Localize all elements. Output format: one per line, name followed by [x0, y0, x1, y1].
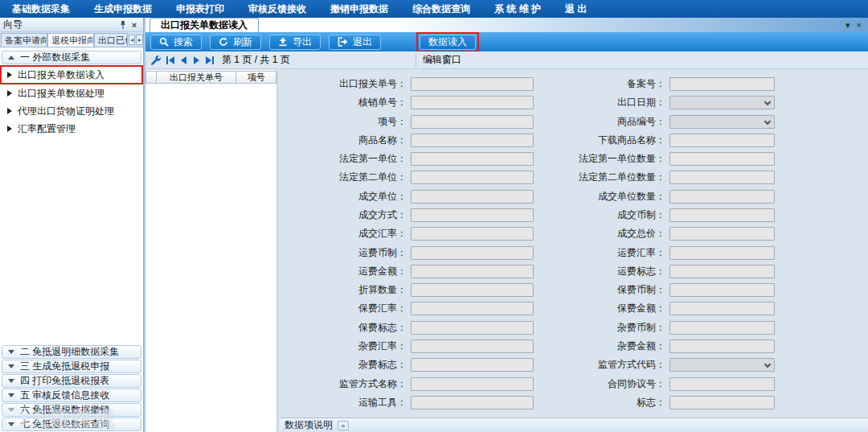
tab-scroll-left-icon[interactable]: ◂ [129, 35, 136, 45]
tree-item-2[interactable]: 代理出口货物证明处理 [0, 102, 143, 120]
prev-page-button[interactable] [180, 56, 188, 65]
form-input-left[interactable] [411, 265, 534, 278]
section-external-data-collection[interactable]: 一 外部数据采集 [2, 51, 141, 64]
form-label-left: 运费金额： [280, 265, 407, 278]
form-input-left[interactable] [411, 152, 534, 166]
form-input-left[interactable] [411, 396, 534, 409]
form-input-left[interactable] [411, 134, 534, 147]
tree-item-1[interactable]: 出口报关单数据处理 [0, 84, 143, 102]
form-input-right[interactable] [669, 227, 775, 241]
accordion-label: 五 审核反馈信息接收 [20, 389, 109, 402]
form-input-left[interactable] [411, 77, 534, 91]
form-row-7: 成交方式：成交币制： [280, 208, 868, 222]
tree-item-3[interactable]: 汇率配置管理 [0, 120, 143, 138]
exit-icon [338, 37, 348, 47]
accordion-label: 四 打印免抵退税报表 [20, 374, 109, 388]
form-label-right: 监管方式代码： [534, 358, 665, 372]
form-label-right: 下载商品名称： [534, 134, 665, 147]
form-label-right: 保费币制： [534, 283, 665, 297]
first-page-button[interactable] [166, 56, 176, 65]
form-input-left[interactable] [411, 115, 534, 129]
form-input-left[interactable] [411, 96, 534, 109]
menu-item-2[interactable]: 申报表打印 [164, 0, 236, 18]
form-label-left: 杂费标志： [280, 358, 407, 372]
tree-item-arrow-icon [7, 72, 12, 78]
form-input-left[interactable] [411, 358, 534, 372]
form-input-left[interactable] [411, 377, 534, 391]
accordion-collapse-icon [8, 393, 14, 397]
form-label-left: 运费币制： [280, 246, 407, 260]
sidebar-tab-1[interactable]: 退税申报向导 [47, 33, 94, 47]
form-row-17: 运输工具：标志： [280, 396, 868, 409]
menu-item-0[interactable]: 基础数据采集 [0, 0, 82, 18]
accordion-section-3[interactable]: 五 审核反馈信息接收 [2, 389, 141, 402]
table-header-1[interactable]: 项号 [236, 71, 276, 84]
form-input-right[interactable] [669, 396, 775, 409]
form-input-right[interactable] [669, 208, 775, 222]
table-header-0[interactable]: 出口报关单号 [157, 71, 236, 84]
accordion-section-0[interactable]: 二 免抵退明细数据采集 [2, 345, 141, 359]
close-icon[interactable]: × [129, 19, 140, 31]
form-input-left[interactable] [411, 208, 534, 222]
form-input-left[interactable] [411, 283, 534, 297]
form-select-right[interactable] [669, 115, 775, 129]
form-row-8: 成交汇率：成交总价： [280, 227, 868, 241]
form-label-left: 出口报关单号： [280, 77, 407, 91]
menu-item-6[interactable]: 系 统 维 护 [482, 0, 553, 18]
form-row-12: 保费汇率：保费金额： [280, 302, 868, 315]
menu-item-3[interactable]: 审核反馈接收 [236, 0, 318, 18]
form-input-right[interactable] [669, 190, 775, 204]
accordion-collapse-icon [8, 422, 14, 426]
exit-button[interactable]: 退出 [329, 35, 381, 50]
accordion-section-4[interactable]: 六 免抵退税数据撤销 [2, 403, 141, 417]
export-button[interactable]: 导出 [269, 35, 321, 50]
form-select-right[interactable] [669, 358, 775, 372]
pin-icon[interactable] [117, 19, 129, 31]
sidebar-title: 向导 [3, 18, 23, 31]
form-input-right[interactable] [669, 77, 775, 91]
form-input-left[interactable] [411, 190, 534, 204]
form-input-right[interactable] [669, 152, 775, 166]
form-input-right[interactable] [669, 321, 775, 335]
form-input-left[interactable] [411, 227, 534, 241]
tab-scroll-right-icon[interactable]: ▸ [136, 35, 143, 45]
settings-wrench-icon[interactable] [150, 55, 162, 66]
accordion-section-5[interactable]: 七 免抵退税数据查询 [2, 418, 141, 431]
next-page-button[interactable] [192, 56, 200, 65]
menu-item-5[interactable]: 综合数据查询 [400, 0, 482, 18]
form-input-right[interactable] [669, 302, 775, 315]
accordion-section-2[interactable]: 四 打印免抵退税报表 [2, 374, 141, 388]
data-read-in-button[interactable]: 数据读入 [420, 35, 476, 50]
tab-list-dropdown-icon[interactable]: ▾ [845, 18, 850, 32]
form-input-right[interactable] [669, 377, 775, 391]
tab-export-declaration-read-in[interactable]: 出口报关单数据读入 [149, 18, 259, 32]
tab-close-icon[interactable]: × [857, 18, 862, 32]
sidebar-tab-0[interactable]: 备案申请向导 [1, 33, 47, 47]
accordion-section-1[interactable]: 三 生成免抵退税申报 [2, 360, 141, 373]
last-page-button[interactable] [204, 56, 215, 65]
form-input-left[interactable] [411, 302, 534, 315]
form-input-right[interactable] [669, 171, 775, 184]
search-button[interactable]: 搜索 [150, 35, 202, 50]
form-input-right[interactable] [669, 265, 775, 278]
form-input-left[interactable] [411, 246, 534, 260]
form-select-right[interactable] [669, 96, 775, 109]
form-label-right: 运费标志： [534, 265, 665, 278]
form-input-left[interactable] [411, 171, 534, 184]
form-input-right[interactable] [669, 246, 775, 260]
form-input-right[interactable] [669, 283, 775, 297]
collapse-up-icon[interactable] [338, 421, 349, 430]
menu-item-1[interactable]: 生成申报数据 [82, 0, 164, 18]
tree-item-0[interactable]: 出口报关单数据读入 [0, 65, 143, 84]
tree-item-label: 出口报关单数据处理 [18, 87, 104, 101]
form-input-left[interactable] [411, 321, 534, 335]
refresh-button[interactable]: 刷新 [210, 35, 261, 50]
sidebar-tab-2[interactable]: 出口已使 [94, 33, 128, 47]
menu-item-7[interactable]: 退 出 [553, 0, 599, 18]
form-label-right: 商品编号： [534, 115, 665, 129]
menu-item-4[interactable]: 撤销申报数据 [318, 0, 400, 18]
form-row-9: 运费币制：运费汇率： [280, 246, 868, 260]
form-input-left[interactable] [411, 339, 534, 353]
form-input-right[interactable] [669, 339, 775, 353]
form-input-right[interactable] [669, 134, 775, 147]
